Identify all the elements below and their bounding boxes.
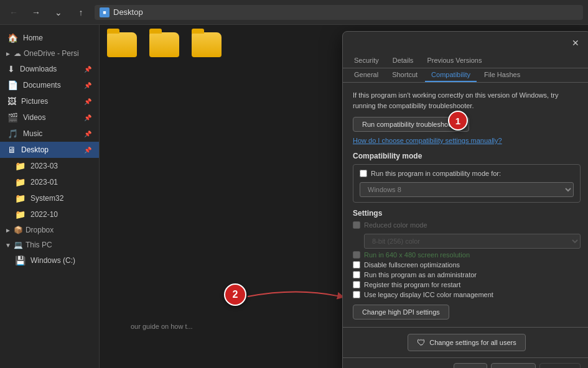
desktop-icon: 🖥 [7, 145, 16, 155]
sidebar-item-home[interactable]: 🏠 Home [0, 30, 99, 46]
dialog-close-button[interactable]: ✕ [568, 35, 583, 50]
home-icon: 🏠 [7, 33, 18, 43]
run-admin-checkbox[interactable] [353, 271, 360, 278]
address-text: Desktop [113, 7, 143, 17]
compat-mode-checkbox[interactable] [360, 170, 367, 177]
register-restart-label: Register this program for restart [364, 281, 460, 288]
color-mode-select[interactable]: 8-bit (256) color [364, 234, 581, 249]
cancel-button[interactable]: Cancel [491, 363, 536, 368]
folder-item[interactable] [149, 32, 179, 57]
up-button[interactable]: ↑ [72, 4, 90, 21]
register-restart-checkbox[interactable] [353, 281, 360, 288]
run-admin-label: Run this program as an administrator [364, 271, 477, 278]
guide-text: our guide on how t... [131, 322, 193, 331]
compat-mode-checkbox-row: Run this program in compatibility mode f… [360, 170, 574, 177]
compat-mode-box: Run this program in compatibility mode f… [353, 164, 581, 203]
sidebar-item-desktop[interactable]: 🖥 Desktop 📌 [0, 142, 99, 158]
back-button[interactable]: ← [5, 4, 22, 21]
tab-shortcut[interactable]: Shortcut [386, 68, 424, 82]
disable-fullscreen-label: Disable fullscreen optimizations [364, 261, 460, 269]
tab-previous-versions[interactable]: Previous Versions [421, 54, 488, 68]
how-link[interactable]: How do I choose compatibility settings m… [353, 137, 581, 144]
sidebar-item-this-pc[interactable]: ▼ 💻 This PC [0, 237, 99, 252]
sidebar-item-system32[interactable]: 📁 System32 [0, 190, 99, 206]
legacy-icc-checkbox[interactable] [353, 291, 360, 298]
sidebar-item-documents[interactable]: 📄 Documents 📌 [0, 77, 99, 93]
windows-version-select[interactable]: Windows 8 [360, 182, 574, 197]
sidebar-item-pictures[interactable]: 🖼 Pictures 📌 [0, 93, 99, 109]
change-settings-bar: 🛡 Change settings for all users [343, 327, 588, 357]
documents-icon: 📄 [7, 80, 18, 90]
pin-icon: 📌 [84, 66, 91, 73]
folder-icon [192, 32, 222, 57]
run640-checkbox[interactable] [353, 251, 360, 259]
apply-button[interactable]: Apply [539, 363, 581, 368]
change-settings-button[interactable]: 🛡 Change settings for all users [408, 334, 525, 351]
sidebar-item-dropbox[interactable]: ► 📦 Dropbox [0, 223, 99, 237]
sidebar-item-music[interactable]: 🎵 Music 📌 [0, 126, 99, 142]
run-admin-row: Run this program as an administrator [353, 271, 581, 278]
folder-icon [149, 32, 179, 57]
tab-compatibility[interactable]: Compatibility [425, 68, 477, 82]
folder-item[interactable] [107, 32, 137, 57]
pin-icon: 📌 [84, 114, 91, 121]
run-compat-button[interactable]: Run compatibility troubleshooter [353, 117, 469, 132]
tab-details[interactable]: Details [386, 54, 420, 68]
dialog-title-bar: ✕ [343, 32, 588, 54]
ok-button[interactable]: OK [454, 363, 487, 368]
tabs-row1: Security Details Previous Versions [343, 54, 588, 68]
sidebar-item-2022-10[interactable]: 📁 2022-10 [0, 206, 99, 223]
address-bar[interactable]: ■ Desktop [95, 5, 583, 20]
dropbox-icon: 📦 [14, 226, 23, 234]
sidebar-item-2023-01[interactable]: 📁 2023-01 [0, 174, 99, 190]
expand-icon: ▼ [5, 242, 11, 249]
downloads-icon: ⬇ [7, 64, 15, 74]
sidebar: 🏠 Home ► ☁ OneDrive - Persi ⬇ Downloads … [0, 25, 100, 368]
recent-button[interactable]: ⌄ [50, 4, 67, 21]
folder-icon: 📁 [15, 177, 26, 187]
sidebar-item-downloads[interactable]: ⬇ Downloads 📌 [0, 61, 99, 77]
pin-icon: 📌 [84, 82, 91, 89]
reduced-color-label: Reduced color mode [364, 221, 427, 229]
sidebar-item-onedrive[interactable]: ► ☁ OneDrive - Persi [0, 46, 99, 61]
pc-icon: 💻 [14, 241, 23, 249]
pin-icon: 📌 [84, 98, 91, 105]
tabs-row2: General Shortcut Compatibility File Hash… [343, 68, 588, 83]
folder-icon: 📁 [15, 193, 26, 203]
tab-security[interactable]: Security [348, 54, 385, 68]
tab-general[interactable]: General [348, 68, 385, 82]
tab-file-hashes[interactable]: File Hashes [478, 68, 526, 82]
step2-arrow [248, 284, 347, 309]
run640-label: Run in 640 x 480 screen resolution [364, 251, 470, 259]
change-settings-label: Change settings for all users [429, 339, 516, 346]
folder-icon: 📁 [15, 209, 26, 219]
compat-mode-title: Compatibility mode [353, 152, 581, 160]
address-icon: ■ [100, 7, 110, 17]
pin-icon: 📌 [84, 131, 91, 137]
high-dpi-label: Change high DPI settings [362, 308, 440, 316]
reduced-color-row: Reduced color mode [353, 221, 581, 229]
legacy-icc-label: Use legacy display ICC color management [364, 291, 493, 298]
settings-section: Settings Reduced color mode 8-bit (256) … [353, 209, 581, 298]
sidebar-item-2023-03[interactable]: 📁 2023-03 [0, 158, 99, 174]
videos-icon: 🎬 [7, 113, 18, 122]
disable-fullscreen-checkbox[interactable] [353, 261, 360, 269]
step2-circle: 2 [224, 283, 246, 306]
folder-item[interactable] [192, 32, 222, 57]
shield-icon: 🛡 [417, 338, 426, 347]
music-icon: 🎵 [7, 129, 18, 139]
high-dpi-button[interactable]: Change high DPI settings [353, 305, 449, 320]
sidebar-item-videos[interactable]: 🎬 Videos 📌 [0, 109, 99, 126]
main-area: 🏠 Home ► ☁ OneDrive - Persi ⬇ Downloads … [0, 25, 588, 368]
file-area: our guide on how t... 2 ✕ Security D [100, 25, 588, 368]
dialog-footer: OK Cancel Apply [343, 357, 588, 368]
expand-icon: ► [5, 50, 11, 57]
pin-icon: 📌 [84, 147, 91, 154]
reduced-color-checkbox[interactable] [353, 221, 360, 229]
sidebar-item-windows-c[interactable]: 💾 Windows (C:) [0, 252, 99, 269]
register-restart-row: Register this program for restart [353, 281, 581, 288]
folder-icon [107, 32, 137, 57]
onedrive-icon: ☁ [14, 49, 21, 58]
forward-button[interactable]: → [27, 4, 45, 21]
title-bar: ← → ⌄ ↑ ■ Desktop [0, 0, 588, 25]
